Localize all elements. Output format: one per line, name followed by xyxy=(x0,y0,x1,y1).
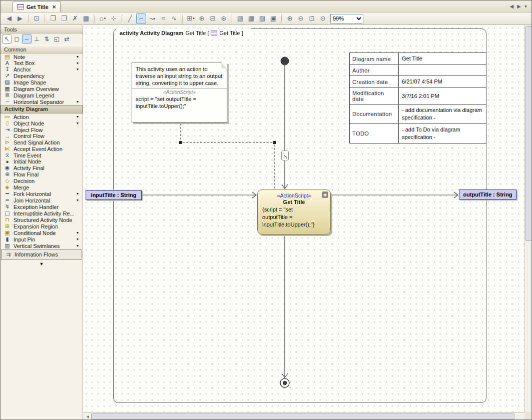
activity-final-node[interactable] xyxy=(280,378,289,388)
palette-item-action[interactable]: ▭ Action ▾ xyxy=(1,114,83,120)
palette-item-join-horizontal[interactable]: ━ Join Horizontal ▾ xyxy=(1,197,83,204)
tab-list-icon[interactable]: ▾ xyxy=(524,4,527,9)
save-as-image-button[interactable]: ▧ ▾ xyxy=(235,14,245,24)
zoom-1-1-button[interactable]: ⊙ ▾ xyxy=(318,14,328,24)
object-node-inputtitle[interactable]: inputTitle : String xyxy=(86,190,142,200)
quick-layout-button[interactable]: ⌂ ▾ xyxy=(98,14,108,24)
dropdown-arrow-icon[interactable]: ▾ xyxy=(75,54,80,59)
palette-item-horizontal-separator[interactable]: ┄ Horizontal Separator ▾ xyxy=(1,98,83,105)
vertical-scrollbar[interactable] xyxy=(524,25,532,412)
select-in-containment-tree-button[interactable]: ⊡ ▾ xyxy=(32,14,42,24)
palette-section-tools[interactable]: Tools xyxy=(1,25,83,34)
palette-item-fork-horizontal[interactable]: ━ Fork Horizontal ▾ xyxy=(1,190,83,197)
palette-item-control-flow[interactable]: → Control Flow ▾ xyxy=(1,133,83,139)
distribute-tool-button[interactable]: ⇅ xyxy=(42,34,52,44)
rectilinear-path-button[interactable]: ⌐ ▾ xyxy=(136,14,146,24)
dropdown-arrow-icon[interactable]: ▾ xyxy=(75,244,80,248)
back-button[interactable]: ◀ ▾ xyxy=(4,14,14,24)
palette-item-activity-final[interactable]: ◉ Activity Final ▾ xyxy=(1,164,83,171)
palette-item-input-pin[interactable]: ▮ Input Pin ▾ xyxy=(1,236,83,242)
palette-item-vertical-swimlanes[interactable]: ▥ Vertical Swimlanes ▾ xyxy=(1,242,83,249)
remove-from-diagram-button[interactable]: ⊟ ▾ xyxy=(208,14,218,24)
palette-item-object-node[interactable]: ▯ Object Node ▾ xyxy=(1,120,83,126)
dropdown-arrow-icon[interactable]: ▾ xyxy=(75,114,80,119)
marquee-tool-button[interactable]: ◻ xyxy=(12,34,22,44)
palette-item-send-signal-action[interactable]: ⊳ Send Signal Action ▾ xyxy=(1,139,83,146)
palette-item-object-flow[interactable]: ⇥ Object Flow ▾ xyxy=(1,126,83,133)
copy-button[interactable]: ❐ ▾ xyxy=(48,14,58,24)
dropdown-arrow-icon[interactable]: ▾ xyxy=(75,121,80,126)
object-flow-icon: ⇥ xyxy=(4,126,11,133)
palette-item-merge[interactable]: ◈ Merge ▾ xyxy=(1,184,83,190)
palette-common-list: ▤ Note ▾ A Text Box ▾ ↧ Anchor ▾ ↗ xyxy=(1,54,83,105)
full-screen-button[interactable]: ▣ ▾ xyxy=(268,14,278,24)
palette-item-diagram-overview[interactable]: ▦ Diagram Overview ▾ xyxy=(1,86,83,92)
tab-scroll-right-icon[interactable]: ▶ xyxy=(517,4,521,9)
dropdown-arrow-icon[interactable]: ▾ xyxy=(75,61,80,66)
resize-tool-button[interactable]: ◱ xyxy=(52,34,62,44)
palette-item-text-box[interactable]: A Text Box ▾ xyxy=(1,60,83,66)
swap-tool-button[interactable]: ⇄ xyxy=(62,34,72,44)
horizontal-scrollbar-thumb[interactable] xyxy=(91,414,514,420)
oblique-path-button[interactable]: ╱ ▾ xyxy=(125,14,135,24)
tab-scroll-left-icon[interactable]: ◀ xyxy=(510,4,514,9)
initial-node[interactable] xyxy=(281,57,289,65)
object-node-outputtitle[interactable]: outputTitle : String xyxy=(459,190,516,200)
time-event-icon: ⧖ xyxy=(4,152,11,158)
palette-item-initial-node[interactable]: ● Initial Node ▾ xyxy=(1,158,83,164)
align-tool-button[interactable]: ⊥ xyxy=(32,34,42,44)
palette-section-activity-diagram[interactable]: Activity Diagram xyxy=(1,105,83,114)
dropdown-arrow-icon[interactable]: ▾ xyxy=(75,100,80,104)
pan-tool-button[interactable]: ⇔ xyxy=(22,34,32,44)
tab-get-title[interactable]: Get Title × xyxy=(13,1,61,12)
palette-section-common[interactable]: Common xyxy=(1,45,83,54)
palette-item-expansion-region[interactable]: ⊞ Expansion Region ▾ xyxy=(1,223,83,230)
palette-item-note[interactable]: ▤ Note ▾ xyxy=(1,54,83,60)
horizontal-scrollbar[interactable]: ◂ xyxy=(83,412,524,420)
note-shape[interactable]: This activity uses an action to traverse… xyxy=(132,62,227,122)
palette-item-image-shape[interactable]: ▨ Image Shape ▾ xyxy=(1,79,83,86)
diagram-canvas[interactable]: activity Activity Diagram Get Title [ Ge… xyxy=(83,25,524,412)
snap-to-grid-button[interactable]: ⊹ ▾ xyxy=(109,14,119,24)
zoom-out-button[interactable]: ⊖ ▾ xyxy=(296,14,306,24)
palette-item-interruptible-activity-region[interactable]: ▢ Interruptible Activity Re... ▾ xyxy=(1,210,83,216)
create-diagram-button[interactable]: ⊞ ▾ xyxy=(186,14,196,24)
curve-path-button[interactable]: ≈ ▾ xyxy=(158,14,168,24)
palette-item-dependency[interactable]: ↗ Dependency ▾ xyxy=(1,72,83,79)
forward-button[interactable]: ▶ ▾ xyxy=(15,14,25,24)
bezier-path-button[interactable]: ↝ ▾ xyxy=(147,14,157,24)
show-grid-button[interactable]: ▦ ▾ xyxy=(246,14,256,24)
palette-item-exception-handler[interactable]: ↯ Exception Handler ▾ xyxy=(1,204,83,210)
delete-button[interactable]: ✗ ▾ xyxy=(70,14,80,24)
palette-item-decision[interactable]: ◇ Decision ▾ xyxy=(1,178,83,184)
palette-item-information-flows[interactable]: ⇉ Information Flows xyxy=(1,250,82,260)
zoom-in-button[interactable]: ⊕ ▾ xyxy=(285,14,295,24)
tab-close-icon[interactable]: × xyxy=(53,4,56,10)
palette-item-flow-final[interactable]: ⊗ Flow Final ▾ xyxy=(1,171,83,178)
palette-item-anchor[interactable]: ↧ Anchor ▾ xyxy=(1,66,83,72)
palette-more-button[interactable]: ▼ xyxy=(1,260,83,266)
palette-item-diagram-legend[interactable]: ≣ Diagram Legend ▾ xyxy=(1,92,83,98)
dropdown-arrow-icon[interactable]: ▾ xyxy=(75,230,80,235)
dropdown-arrow-icon[interactable]: ▾ xyxy=(75,192,80,196)
swimlane-grid-button[interactable]: ▦ ▾ xyxy=(81,14,91,24)
palette-item-time-event[interactable]: ⧖ Time Event ▾ xyxy=(1,152,83,158)
palette-item-conditional-node[interactable]: ▣ Conditional Node ▾ xyxy=(1,230,83,236)
diagram-properties-button[interactable]: ▨ ▾ xyxy=(257,14,267,24)
add-existing-element-button[interactable]: ⊕ ▾ xyxy=(197,14,207,24)
palette-item-structured-activity-node[interactable]: ⊓ Structured Activity Node ▾ xyxy=(1,216,83,223)
spline-path-button[interactable]: ∿ ▾ xyxy=(169,14,179,24)
dropdown-arrow-icon[interactable]: ▾ xyxy=(75,67,80,72)
diagram-info-table[interactable]: Diagram name Get Title Author Creation d… xyxy=(349,52,486,144)
palette-item-accept-event-action[interactable]: ⋉ Accept Event Action ▾ xyxy=(1,146,83,152)
scroll-left-icon[interactable]: ◂ xyxy=(84,414,91,419)
pointer-tool-button[interactable]: ↖ xyxy=(2,34,12,44)
vertical-scrollbar-thumb[interactable] xyxy=(525,26,532,241)
fit-in-window-button[interactable]: ⊡ ▾ xyxy=(307,14,317,24)
display-related-button[interactable]: ⊛ ▾ xyxy=(219,14,229,24)
action-get-title[interactable]: ◉ «ActionScript» Get Title {script = "se… xyxy=(257,190,331,234)
dropdown-arrow-icon[interactable]: ▾ xyxy=(75,237,80,242)
dropdown-arrow-icon[interactable]: ▾ xyxy=(75,198,80,202)
paste-button[interactable]: ❒ ▾ xyxy=(59,14,69,24)
zoom-select[interactable]: 99% xyxy=(330,14,363,24)
